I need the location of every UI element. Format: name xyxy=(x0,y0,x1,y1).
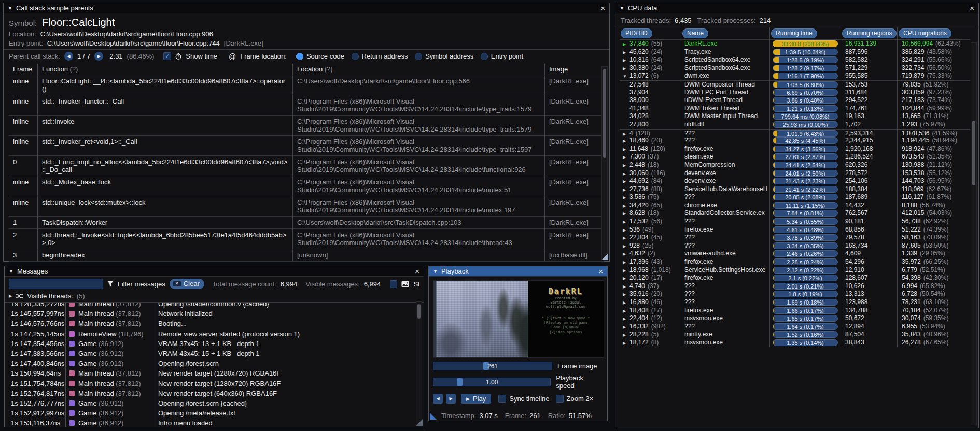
cpu-row[interactable]: 34,028 DWM Master Input Thread 799.64 ms… xyxy=(620,112,978,121)
expand-icon[interactable]: ▶ xyxy=(623,323,629,331)
images-checkbox[interactable] xyxy=(390,280,397,288)
message-row[interactable]: 1s 150,994,64ns Main thread (37,812) New… xyxy=(5,368,424,378)
cpu-row[interactable]: ▶44,692(84) devenv.exe 21.43 s (2.23%) 2… xyxy=(620,177,978,185)
cpu-row[interactable]: 27,800 ntdll.dll 25.93 ms (0.00%) 1,702 … xyxy=(620,121,978,129)
expand-icon[interactable]: ▶ xyxy=(623,137,629,145)
expand-icon[interactable]: ▶ xyxy=(623,153,629,161)
cpu-row[interactable]: ▶22,404(12) msvsmon.exe 1.65 s (0.17%) 5… xyxy=(620,314,978,323)
expand-icon[interactable]: ▶ xyxy=(623,267,629,275)
callstack-row[interactable]: 1 TaskDispatch::Worker C:\Users\wolf\Des… xyxy=(9,217,604,229)
callstack-row[interactable]: inline std::_Mutex_base::lock C:\Program… xyxy=(9,176,604,196)
message-row[interactable]: 1s 152,764,817ns Main thread (37,812) Ne… xyxy=(5,389,424,398)
column-sort-button[interactable]: Name xyxy=(682,28,708,38)
cpu-row[interactable]: 38,000 uDWM Event Thread 3.86 s (0.40%) … xyxy=(620,96,978,105)
frame-slider[interactable]: 261 xyxy=(433,362,552,370)
expand-icon[interactable]: ▶ xyxy=(623,210,629,218)
cpu-row[interactable]: ▶35,916(20) ??? 1.8 s (0.19%) 13,313 6,7… xyxy=(620,290,978,298)
cpu-row[interactable]: ▶30,060(116) devenv.exe 24.01 s (2.50%) … xyxy=(620,169,978,178)
step-forward-button[interactable]: ▶ xyxy=(446,394,456,404)
message-row[interactable]: 1s 120,335,272ns Main thread (37,812) Op… xyxy=(5,303,424,309)
radio-option[interactable]: Source code xyxy=(296,52,344,60)
visible-threads-row[interactable]: ▶ Visible threads: (5) xyxy=(5,291,424,303)
cpu-row[interactable]: ▼13,072(6) dwm.exe 1:16.1 (7.90%) 955,58… xyxy=(620,72,978,80)
step-back-button[interactable]: ◀ xyxy=(433,394,443,404)
cpu-row[interactable]: ▶18,460(20) ??? 42.85 s (4.45%) 2,344,91… xyxy=(620,137,978,145)
cpu-row[interactable]: ▶536(49) firefox.exe 4.61 s (0.48%) 68,8… xyxy=(620,226,978,234)
cpu-row[interactable]: ▶4,740(37) ??? 2.01 s (0.21%) 10,626 6,9… xyxy=(620,282,978,291)
radio-icon[interactable] xyxy=(296,53,303,60)
cpu-row[interactable]: ▶22,804(45) ??? 3.78 s (0.39%) 79,578 58… xyxy=(620,234,978,242)
expand-icon[interactable]: ▶ xyxy=(623,339,629,347)
close-icon[interactable]: × xyxy=(598,268,603,275)
expand-icon[interactable]: ▶ xyxy=(623,162,629,169)
expand-icon[interactable]: ▶ xyxy=(623,283,629,291)
expand-icon[interactable]: ▶ xyxy=(623,234,629,242)
collapse-icon[interactable]: ▼ xyxy=(9,269,13,274)
cpu-row[interactable]: ▶18,968(1,018) ServiceHub.SettingsHost.e… xyxy=(620,266,978,275)
cpu-row[interactable]: ▶16,332(982) ??? 1.64 s (0.17%) 12,894 6… xyxy=(620,323,978,331)
expand-icon[interactable]: ▶ xyxy=(623,315,629,323)
sync-timeline-checkbox[interactable] xyxy=(498,395,506,403)
expand-icon[interactable]: ▶ xyxy=(623,40,629,48)
cpu-row[interactable]: 37,904 DWM LPC Port Thread 6.69 s (0.70%… xyxy=(620,89,978,97)
column-sort-button[interactable]: CPU migrations xyxy=(899,28,951,38)
col-location[interactable]: Location (?) xyxy=(293,64,545,75)
filter-input[interactable] xyxy=(9,279,103,289)
cpu-row[interactable]: ▶37,840(55) DarkRL.exe 33:30.8 (208.96%)… xyxy=(620,40,978,48)
expand-icon[interactable]: ▶ xyxy=(623,218,629,226)
expand-icon[interactable]: ▶ xyxy=(623,56,629,64)
expand-icon[interactable]: ▶ xyxy=(623,250,629,258)
expand-icon[interactable]: ▶ xyxy=(623,291,629,298)
clear-button[interactable]: ✕ Clear xyxy=(170,279,204,289)
cpu-row[interactable]: ▶27,736(88) ServiceHub.DataWarehouseH 21… xyxy=(620,185,978,194)
cpu-row[interactable]: ▶45,620(24) Tracy.exe 1:39.5 (10.34%) 88… xyxy=(620,48,978,56)
cpu-row[interactable]: ▶34,420(65) chrome.exe 11.11 s (1.15%) 1… xyxy=(620,202,978,210)
message-row[interactable]: 1s 146,576,766ns Main thread (37,812) Bo… xyxy=(5,319,424,328)
cpu-row[interactable]: 41,348 DWM Token Thread 1.21 s (0.13%) 1… xyxy=(620,105,978,113)
expand-icon[interactable]: ▶ xyxy=(623,331,629,339)
cpu-row[interactable]: ▶10,816(64) ScriptedSandbox64.exe 1:28.5… xyxy=(620,56,978,64)
radio-option[interactable]: Entry point xyxy=(481,52,523,60)
radio-option[interactable]: Symbol address xyxy=(415,52,473,60)
speed-slider[interactable]: 1.00 xyxy=(433,378,551,386)
radio-icon[interactable] xyxy=(415,53,422,60)
callstack-row[interactable]: 2 std::thread::_Invoke<std::tuple<<lambd… xyxy=(9,229,604,249)
message-row[interactable]: 1s 152,776,777ns Game (36,912) Opening /… xyxy=(5,398,424,408)
cpu-row[interactable]: ▶4,632(2) vmware-authd.exe 2.46 s (0.26%… xyxy=(620,250,978,258)
message-row[interactable]: 1s 151,754,784ns Main thread (37,812) Ne… xyxy=(5,379,424,389)
scrollbar-thumb[interactable] xyxy=(603,69,606,158)
col-frame[interactable]: Frame xyxy=(9,64,38,75)
message-row[interactable]: 1s 153,116,37ns Game (36,912) Intro menu… xyxy=(5,418,424,427)
expand-icon[interactable]: ▶ xyxy=(623,202,629,210)
scrollbar[interactable] xyxy=(416,301,422,426)
help-icon[interactable]: (?) xyxy=(70,65,78,73)
radio-option[interactable]: Return address xyxy=(352,52,408,60)
scrollbar[interactable] xyxy=(971,42,977,425)
playback-titlebar[interactable]: ▼ Playback × xyxy=(429,266,607,277)
col-image[interactable]: Image xyxy=(545,64,604,75)
cpu-row[interactable]: ▶7,300(37) steam.exe 27.61 s (2.87%) 1,2… xyxy=(620,153,978,161)
callstack-row[interactable]: 3 beginthreadex [unknown] [ucrtbase.dll] xyxy=(9,249,604,262)
messages-titlebar[interactable]: ▼ Messages × xyxy=(5,266,424,277)
collapse-icon[interactable]: ▼ xyxy=(620,6,624,11)
scrollbar[interactable] xyxy=(601,66,608,260)
radio-icon[interactable] xyxy=(352,53,359,60)
cpu-row[interactable]: 27,548 DWM Compositor Thread 1:03.5 (6.6… xyxy=(620,80,978,89)
next-stack-button[interactable]: ▶ xyxy=(94,52,103,61)
scrollbar-thumb[interactable] xyxy=(417,304,421,319)
expand-icon[interactable]: ▶ xyxy=(623,299,629,307)
cpu-row[interactable]: ▶17,396(43) firefox.exe 2.28 s (0.24%) 5… xyxy=(620,258,978,266)
message-row[interactable]: 1s 147,400,846ns Game (36,912) Opening /… xyxy=(5,358,424,368)
expand-icon[interactable]: ▼ xyxy=(623,73,629,80)
callstack-row[interactable]: inline std::unique_lock<std::mutex>::loc… xyxy=(9,196,604,217)
resize-grip[interactable] xyxy=(416,419,423,426)
callstack-row[interactable]: inline std::_Invoker_functor::_Call C:\P… xyxy=(9,95,604,116)
callstack-row[interactable]: 0 std::_Func_impl_no_alloc<<lambda_5bc22… xyxy=(9,156,604,176)
cpu-row[interactable]: ▶4(120) ??? 1:01.9 (6.43%) 2,593,314 1,0… xyxy=(620,129,978,137)
message-row[interactable]: 1s 147,255,145ns RemoteView (18,796) Rem… xyxy=(5,329,424,339)
radio-icon[interactable] xyxy=(481,53,488,60)
expand-icon[interactable]: ▶ xyxy=(623,194,629,202)
cpu-row[interactable]: ▶17,532(56) ??? 5.34 s (0.55%) 90,181 56… xyxy=(620,218,978,226)
message-row[interactable]: 1s 147,383,566ns Game (36,912) VRAM 43x4… xyxy=(5,349,424,358)
cpu-titlebar[interactable]: ▼ CPU data × xyxy=(615,3,978,13)
